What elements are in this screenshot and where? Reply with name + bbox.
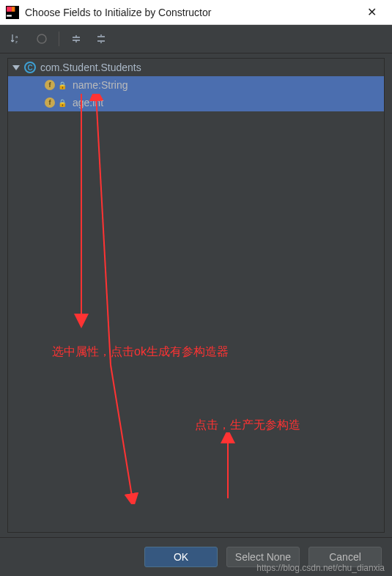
- ok-button[interactable]: OK: [144, 547, 218, 567]
- svg-line-9: [111, 365, 133, 501]
- svg-text:z: z: [15, 40, 18, 44]
- titlebar: Choose Fields to Initialize by Construct…: [0, 0, 392, 25]
- svg-rect-3: [7, 15, 12, 16]
- annotation-text: 点击，生产无参构造: [195, 418, 300, 433]
- intellij-icon: [6, 6, 19, 19]
- annotation-arrow: [67, 94, 96, 328]
- field-node[interactable]: f 🔒 name:String: [8, 76, 384, 94]
- lock-icon: 🔒: [58, 99, 67, 107]
- close-icon[interactable]: ✕: [357, 5, 386, 19]
- toolbar: az: [0, 25, 392, 53]
- svg-text:a: a: [15, 34, 18, 39]
- field-label: age:int: [73, 97, 103, 108]
- dialog-body: az C com.Student.Students f 🔒 name:Strin…: [0, 25, 392, 576]
- annotation-arrow: [213, 432, 250, 506]
- svg-point-6: [37, 34, 46, 43]
- lock-icon: 🔒: [58, 81, 67, 89]
- field-label: name:String: [73, 79, 127, 91]
- collapse-all-icon[interactable]: [92, 29, 111, 48]
- svg-rect-2: [12, 7, 15, 12]
- class-icon: C: [24, 62, 36, 73]
- svg-line-8: [96, 94, 111, 365]
- toolbar-separator: [59, 32, 59, 46]
- fields-tree[interactable]: C com.Student.Students f 🔒 name:String f…: [7, 58, 385, 533]
- field-icon: f: [45, 97, 55, 108]
- class-name: com.Student.Students: [40, 62, 141, 73]
- svg-rect-1: [7, 7, 12, 12]
- watermark: https://blog.csdn.net/chu_dianxia: [256, 563, 385, 573]
- expand-all-icon[interactable]: [67, 29, 86, 48]
- circle-icon[interactable]: [32, 29, 51, 48]
- field-node[interactable]: f 🔒 age:int: [8, 94, 384, 111]
- class-node[interactable]: C com.Student.Students: [8, 59, 384, 76]
- field-icon: f: [45, 80, 55, 90]
- dialog-title: Choose Fields to Initialize by Construct…: [25, 7, 357, 18]
- annotation-text: 选中属性，点击ok生成有参构造器: [52, 344, 229, 360]
- annotation-arrow: [89, 94, 162, 504]
- sort-alpha-icon[interactable]: az: [7, 29, 26, 48]
- expand-triangle-icon[interactable]: [12, 65, 20, 70]
